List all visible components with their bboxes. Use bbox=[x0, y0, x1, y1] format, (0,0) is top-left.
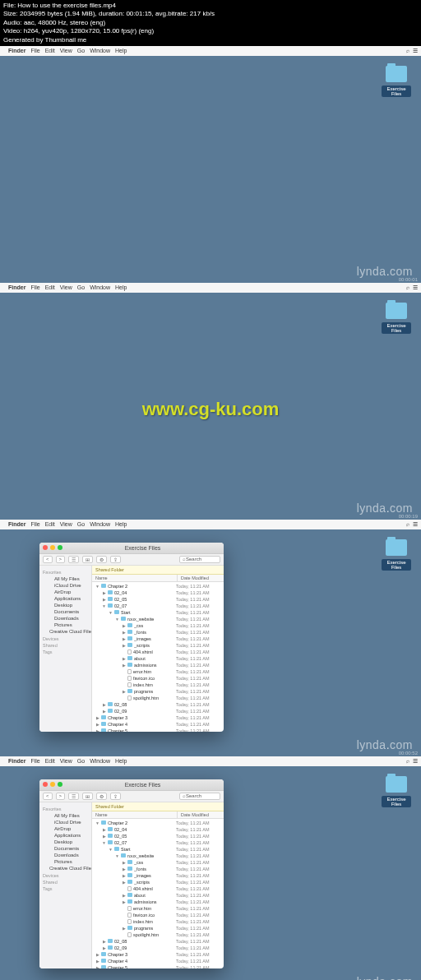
menu-item[interactable]: Go bbox=[77, 758, 85, 764]
file-row[interactable]: ▶ Chapter 5 Today, 11:21 AM bbox=[92, 728, 224, 732]
file-row[interactable]: ▶ Chapter 3 Today, 11:21 AM bbox=[92, 714, 224, 721]
disclosure-triangle-icon[interactable]: ▶ bbox=[95, 715, 99, 720]
file-row[interactable]: ▼ Chapter 2 Today, 11:21 AM bbox=[92, 820, 224, 826]
sidebar-item[interactable]: Documents bbox=[41, 845, 90, 852]
disclosure-triangle-icon[interactable]: ▶ bbox=[102, 827, 106, 832]
disclosure-triangle-icon[interactable]: ▶ bbox=[122, 623, 126, 628]
file-row[interactable]: ▶ _fonts Today, 11:21 AM bbox=[92, 629, 224, 636]
file-row[interactable]: ▶ Chapter 4 Today, 11:21 AM bbox=[92, 958, 224, 964]
menu-item[interactable]: Window bbox=[90, 48, 110, 53]
disclosure-triangle-icon[interactable]: ▶ bbox=[95, 722, 99, 727]
close-button[interactable] bbox=[43, 545, 48, 550]
app-name[interactable]: Finder bbox=[8, 758, 25, 764]
disclosure-triangle-icon[interactable]: ▶ bbox=[122, 636, 126, 641]
disclosure-triangle-icon[interactable]: ▶ bbox=[122, 663, 126, 668]
file-row[interactable]: ▼ 02_07 Today, 11:21 AM bbox=[92, 603, 224, 609]
file-row[interactable]: favicon.ico Today, 11:21 AM bbox=[92, 675, 224, 682]
group-button[interactable]: ⊞ bbox=[82, 556, 93, 563]
disclosure-triangle-icon[interactable]: ▶ bbox=[122, 873, 126, 878]
menu-item[interactable]: File bbox=[30, 48, 39, 53]
disclosure-triangle-icon[interactable]: ▶ bbox=[95, 965, 99, 968]
file-row[interactable]: ▶ 02_08 Today, 11:21 AM bbox=[92, 938, 224, 945]
file-row[interactable]: ▶ _scripts Today, 11:21 AM bbox=[92, 879, 224, 885]
menu-item[interactable]: Go bbox=[77, 48, 85, 53]
menu-item[interactable]: File bbox=[30, 758, 39, 764]
search-icon[interactable]: ⌕ bbox=[406, 521, 409, 528]
file-row[interactable]: index.htm Today, 11:21 AM bbox=[92, 682, 224, 688]
file-row[interactable]: error.htm Today, 11:21 AM bbox=[92, 905, 224, 912]
sidebar-item[interactable]: Creative Cloud Files bbox=[41, 865, 90, 871]
menu-item[interactable]: File bbox=[30, 284, 39, 290]
sidebar-item[interactable]: Pictures bbox=[41, 858, 90, 865]
file-row[interactable]: 404.shtml Today, 11:21 AM bbox=[92, 649, 224, 655]
disclosure-triangle-icon[interactable]: ▶ bbox=[95, 952, 99, 957]
disclosure-triangle-icon[interactable]: ▶ bbox=[95, 959, 99, 964]
file-row[interactable]: index.htm Today, 11:21 AM bbox=[92, 918, 224, 925]
sidebar-item[interactable]: Applications bbox=[41, 832, 90, 839]
search-icon[interactable]: ⌕ bbox=[406, 758, 409, 765]
search-icon[interactable]: ⌕ bbox=[406, 284, 409, 291]
file-row[interactable]: ▼ Start Today, 11:21 AM bbox=[92, 609, 224, 616]
sidebar-item[interactable]: AirDrop bbox=[41, 589, 90, 595]
disclosure-triangle-icon[interactable]: ▶ bbox=[122, 689, 126, 694]
file-row[interactable]: ▼ Start Today, 11:21 AM bbox=[92, 846, 224, 853]
disclosure-triangle-icon[interactable]: ▼ bbox=[102, 603, 106, 608]
file-row[interactable]: ▶ about Today, 11:21 AM bbox=[92, 892, 224, 899]
sidebar-item[interactable]: Desktop bbox=[41, 839, 90, 845]
sidebar-item[interactable]: Downloads bbox=[41, 615, 90, 622]
file-row[interactable]: ▶ _scripts Today, 11:21 AM bbox=[92, 642, 224, 649]
sidebar-item[interactable]: All My Files bbox=[41, 576, 90, 582]
menu-extras-icon[interactable]: ☰ bbox=[413, 284, 418, 291]
file-row[interactable]: ▶ admissions Today, 11:21 AM bbox=[92, 899, 224, 905]
disclosure-triangle-icon[interactable]: ▶ bbox=[102, 590, 106, 595]
disclosure-triangle-icon[interactable]: ▼ bbox=[115, 853, 119, 858]
view-button[interactable]: ☰ bbox=[68, 556, 79, 563]
titlebar[interactable]: Exercise Files bbox=[39, 543, 224, 554]
disclosure-triangle-icon[interactable]: ▶ bbox=[102, 597, 106, 602]
menu-item[interactable]: File bbox=[30, 521, 39, 527]
disclosure-triangle-icon[interactable]: ▼ bbox=[102, 840, 106, 845]
disclosure-triangle-icon[interactable]: ▼ bbox=[109, 610, 113, 615]
app-name[interactable]: Finder bbox=[8, 284, 25, 290]
menu-item[interactable]: Edit bbox=[45, 521, 55, 527]
menu-item[interactable]: View bbox=[60, 521, 72, 527]
col-name[interactable]: Name bbox=[92, 575, 178, 581]
back-button[interactable]: < bbox=[43, 556, 53, 563]
action-button[interactable]: ⚙ bbox=[96, 793, 107, 800]
file-row[interactable]: ▶ 02_09 Today, 11:21 AM bbox=[92, 708, 224, 714]
file-row[interactable]: ▶ _css Today, 11:21 AM bbox=[92, 622, 224, 629]
sidebar-item[interactable]: Applications bbox=[41, 595, 90, 602]
forward-button[interactable]: > bbox=[56, 793, 66, 800]
share-button[interactable]: ⇪ bbox=[110, 793, 121, 800]
app-name[interactable]: Finder bbox=[8, 521, 25, 527]
search-input[interactable]: ⌕ Search bbox=[179, 556, 220, 563]
desktop-folder[interactable]: Exercise Files bbox=[382, 66, 411, 99]
menu-extras-icon[interactable]: ☰ bbox=[413, 48, 418, 54]
file-row[interactable]: ▼ roux_website Today, 11:21 AM bbox=[92, 853, 224, 859]
file-row[interactable]: ▶ 02_09 Today, 11:21 AM bbox=[92, 945, 224, 951]
disclosure-triangle-icon[interactable]: ▼ bbox=[95, 584, 99, 589]
file-row[interactable]: ▶ _images Today, 11:21 AM bbox=[92, 872, 224, 879]
sidebar-item[interactable]: Documents bbox=[41, 608, 90, 615]
menu-item[interactable]: Help bbox=[115, 521, 127, 527]
file-row[interactable]: spotlight.htm Today, 11:21 AM bbox=[92, 695, 224, 701]
disclosure-triangle-icon[interactable]: ▶ bbox=[122, 656, 126, 661]
col-name[interactable]: Name bbox=[92, 811, 178, 818]
file-row[interactable]: ▼ 02_07 Today, 11:21 AM bbox=[92, 839, 224, 846]
file-row[interactable]: error.htm Today, 11:21 AM bbox=[92, 668, 224, 675]
file-row[interactable]: spotlight.htm Today, 11:21 AM bbox=[92, 931, 224, 938]
titlebar[interactable]: Exercise Files bbox=[39, 779, 224, 791]
file-row[interactable]: ▶ programs Today, 11:21 AM bbox=[92, 688, 224, 695]
disclosure-triangle-icon[interactable]: ▶ bbox=[95, 728, 99, 732]
disclosure-triangle-icon[interactable]: ▼ bbox=[95, 821, 99, 825]
column-headers[interactable]: Name Date Modified bbox=[92, 811, 224, 819]
col-date[interactable]: Date Modified bbox=[178, 811, 224, 818]
menu-item[interactable]: View bbox=[60, 48, 72, 53]
disclosure-triangle-icon[interactable]: ▶ bbox=[102, 945, 106, 950]
sidebar-item[interactable]: Pictures bbox=[41, 622, 90, 628]
search-input[interactable]: ⌕ Search bbox=[179, 793, 220, 800]
file-row[interactable]: ▼ roux_website Today, 11:21 AM bbox=[92, 616, 224, 622]
finder-window[interactable]: Exercise Files < > ☰ ⊞ ⚙ ⇪ ⌕ Search Favo… bbox=[39, 543, 224, 732]
disclosure-triangle-icon[interactable]: ▶ bbox=[102, 709, 106, 714]
col-date[interactable]: Date Modified bbox=[178, 575, 224, 581]
